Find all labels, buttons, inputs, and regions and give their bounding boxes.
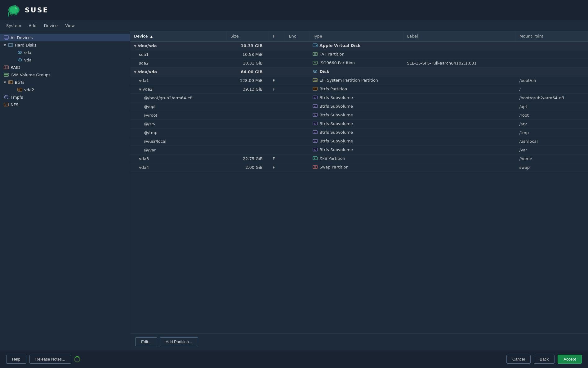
sidebar-item-sda[interactable]: sda xyxy=(0,49,130,56)
sidebar-item-tmpfs[interactable]: T Tmpfs xyxy=(0,93,130,101)
sidebar-item-vda[interactable]: vda xyxy=(0,56,130,64)
menu-add[interactable]: Add xyxy=(29,23,36,28)
expand-icon-btrfs: ▼ xyxy=(4,81,6,84)
table-row[interactable]: @/srvBvBtrfs Subvolume/srv xyxy=(130,120,588,128)
table-row[interactable]: @/optBvBtrfs Subvolume/opt xyxy=(130,102,588,111)
sidebar-item-hard-disks[interactable]: ▼ Hard Disks xyxy=(0,41,130,49)
svg-point-13 xyxy=(19,52,20,53)
table-row[interactable]: ▼/dev/vda64.00 GiBDisk xyxy=(130,68,588,76)
svg-text:B: B xyxy=(18,89,20,92)
accept-button[interactable]: Accept xyxy=(558,355,582,364)
col-mount[interactable]: Mount Point xyxy=(515,31,588,41)
back-button[interactable]: Back xyxy=(534,355,555,364)
table-row[interactable]: ▼/dev/sda10.33 GiBApple Virtual Disk xyxy=(130,41,588,50)
tmpfs-icon: T xyxy=(4,95,9,100)
table-row[interactable]: @/boot/grub2/arm64-efiBvBtrfs Subvolume/… xyxy=(130,94,588,102)
table-row[interactable]: vda42.00 GiBFSwap Partitionswap xyxy=(130,163,588,172)
cell-device: @/root xyxy=(130,111,227,120)
cell-device: ▼/dev/vda xyxy=(130,68,227,76)
sidebar-label-hard-disks: Hard Disks xyxy=(15,43,37,47)
cell-mount xyxy=(515,50,588,59)
cell-type: Swap Partition xyxy=(309,163,403,172)
svg-point-15 xyxy=(19,60,20,61)
col-enc[interactable]: Enc xyxy=(285,31,309,41)
col-f[interactable]: F xyxy=(269,31,285,41)
cell-mount: /var xyxy=(515,146,588,155)
sidebar-item-vda2[interactable]: B vda2 xyxy=(0,86,130,93)
svg-text:Bv: Bv xyxy=(314,97,316,99)
cancel-button[interactable]: Cancel xyxy=(506,355,531,364)
table-row[interactable]: @/rootBvBtrfs Subvolume/root xyxy=(130,111,588,120)
menu-view[interactable]: View xyxy=(65,23,75,28)
cell-size: 10.58 MiB xyxy=(227,50,269,59)
menubar: System Add Device View xyxy=(0,20,588,31)
menu-system[interactable]: System xyxy=(6,23,21,28)
sidebar-item-btrfs[interactable]: ▼ B Btrfs xyxy=(0,79,130,86)
footer: Help Release Notes... Cancel Back Accept xyxy=(0,350,588,368)
sidebar-label-raid: RAID xyxy=(11,65,20,70)
cell-label xyxy=(403,128,515,137)
cell-enc xyxy=(285,85,309,94)
add-partition-button[interactable]: Add Partition... xyxy=(160,337,198,346)
cell-f: F xyxy=(269,163,285,172)
col-type[interactable]: Type xyxy=(309,31,403,41)
col-size[interactable]: Size xyxy=(227,31,269,41)
svg-text:B: B xyxy=(9,81,11,84)
table-container[interactable]: Device ▲ Size F Enc Type xyxy=(130,31,588,333)
cell-size: 39.13 GiB xyxy=(227,85,269,94)
cell-device: @/boot/grub2/arm64-efi xyxy=(130,94,227,102)
cell-device: @/var xyxy=(130,146,227,155)
table-row[interactable]: ▼vda239.13 GiBFBBtrfs Partition/ xyxy=(130,85,588,94)
footer-right: Cancel Back Accept xyxy=(506,355,582,364)
sidebar-item-raid[interactable]: RAID xyxy=(0,64,130,71)
disk-icon-sda xyxy=(17,50,22,55)
svg-point-4 xyxy=(16,7,17,8)
table-row[interactable]: vda322.75 GiBFXXFS Partition/home xyxy=(130,155,588,163)
help-button[interactable]: Help xyxy=(6,355,26,364)
cell-f xyxy=(269,50,285,59)
col-device[interactable]: Device ▲ xyxy=(130,31,227,41)
cell-f xyxy=(269,94,285,102)
svg-text:T: T xyxy=(5,96,7,99)
svg-point-10 xyxy=(11,45,12,46)
sidebar-item-nfs[interactable]: N NFS xyxy=(0,101,130,108)
sidebar-label-lvm: LVM Volume Groups xyxy=(11,73,51,77)
cell-device: sda1 xyxy=(130,50,227,59)
cell-enc xyxy=(285,68,309,76)
cell-label xyxy=(403,163,515,172)
edit-button[interactable]: Edit... xyxy=(135,337,157,346)
table-row[interactable]: sda210.31 GiBISO9660 PartitionSLE-15-SP5… xyxy=(130,59,588,68)
svg-text:B: B xyxy=(314,88,315,91)
table-row[interactable]: @/usr/localBvBtrfs Subvolume/usr/local xyxy=(130,137,588,146)
cell-mount: /home xyxy=(515,155,588,163)
cell-f xyxy=(269,41,285,50)
cell-type: BvBtrfs Subvolume xyxy=(309,102,403,111)
cell-mount: /opt xyxy=(515,102,588,111)
sidebar-label-all-devices: All Devices xyxy=(11,35,33,40)
sidebar-item-lvm[interactable]: LVM Volume Groups xyxy=(0,71,130,79)
cell-mount: /boot/efi xyxy=(515,76,588,85)
table-row[interactable]: sda110.58 MiBFAT Partition xyxy=(130,50,588,59)
cell-device: @/usr/local xyxy=(130,137,227,146)
cell-type: BvBtrfs Subvolume xyxy=(309,137,403,146)
raid-icon xyxy=(4,65,9,70)
cell-enc xyxy=(285,137,309,146)
right-panel: Device ▲ Size F Enc Type xyxy=(130,31,588,350)
cell-label xyxy=(403,85,515,94)
header: SUSE xyxy=(0,0,588,20)
sidebar-item-all-devices[interactable]: All Devices xyxy=(0,34,130,41)
cell-f: F xyxy=(269,76,285,85)
release-notes-button[interactable]: Release Notes... xyxy=(29,355,71,364)
cell-enc xyxy=(285,94,309,102)
menu-device[interactable]: Device xyxy=(44,23,58,28)
cell-type: Apple Virtual Disk xyxy=(309,41,403,50)
table-row[interactable]: @/varBvBtrfs Subvolume/var xyxy=(130,146,588,155)
col-label[interactable]: Label xyxy=(403,31,515,41)
cell-size: 128.00 MiB xyxy=(227,76,269,85)
cell-device: sda2 xyxy=(130,59,227,68)
disk-icon-vda xyxy=(17,57,22,62)
table-row[interactable]: @/tmpBvBtrfs Subvolume/tmp xyxy=(130,128,588,137)
cell-label xyxy=(403,102,515,111)
table-row[interactable]: vda1128.00 MiBFEFIEFI System Partition P… xyxy=(130,76,588,85)
hd-icon xyxy=(8,43,13,47)
